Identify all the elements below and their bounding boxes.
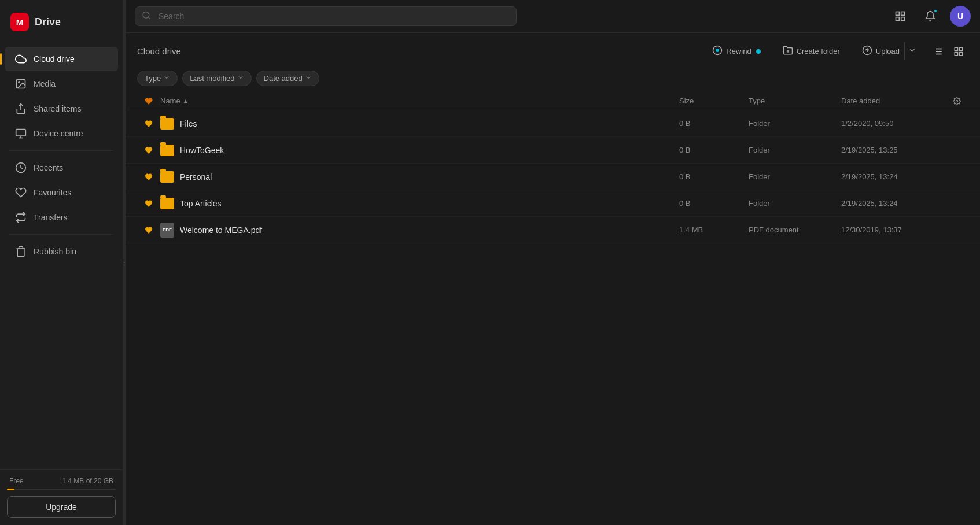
rewind-dot (756, 49, 761, 54)
search-input[interactable] (135, 6, 517, 26)
mega-logo-icon: M (10, 13, 29, 31)
row-date: 2/19/2025, 13:24 (841, 172, 945, 181)
rewind-button[interactable]: Rewind (704, 41, 768, 61)
svg-line-8 (148, 17, 150, 19)
storage-used-label: 1.4 MB of 20 GB (62, 477, 113, 485)
rubbish-bin-label: Rubbish bin (34, 247, 76, 256)
filter-last-modified-label: Last modified (190, 74, 234, 83)
cloud-drive-icon (15, 53, 27, 65)
svg-rect-9 (896, 12, 900, 16)
filter-type-chevron-icon (163, 74, 170, 83)
filter-date-added-label: Date added (264, 74, 303, 83)
sidebar-item-device-centre[interactable]: Device centre (5, 121, 118, 146)
filter-last-modified[interactable]: Last modified (182, 71, 251, 86)
sidebar-divider-1 (9, 150, 113, 151)
top-bar-actions: U (890, 6, 971, 27)
folder-icon (160, 171, 174, 183)
content-actions: Rewind Create folder (704, 41, 968, 61)
file-table: Name ▲ Size Type Date added Fil (126, 92, 980, 525)
row-date: 2/19/2025, 13:25 (841, 146, 945, 154)
app-logo[interactable]: M Drive (0, 0, 123, 44)
row-name: HowToGeek (160, 145, 679, 156)
row-favourite[interactable] (137, 146, 160, 154)
upload-button[interactable]: Upload (854, 41, 904, 61)
sidebar-item-rubbish-bin[interactable]: Rubbish bin (5, 239, 118, 264)
storage-info: Free 1.4 MB of 20 GB (7, 477, 116, 485)
filter-type-label: Type (145, 74, 161, 83)
list-view-button[interactable] (928, 43, 948, 60)
pdf-icon: PDF (160, 223, 174, 238)
device-centre-icon (15, 128, 27, 139)
folder-icon (160, 145, 174, 156)
media-label: Media (34, 79, 56, 88)
recents-label: Recents (34, 163, 63, 172)
row-date: 2/19/2025, 13:24 (841, 199, 945, 208)
notifications-button[interactable] (920, 6, 941, 27)
svg-rect-10 (901, 12, 905, 16)
svg-point-1 (19, 82, 20, 83)
rewind-label: Rewind (726, 47, 751, 56)
filter-date-added-chevron-icon (305, 74, 312, 83)
th-name-label: Name (160, 97, 180, 105)
upload-dropdown-button[interactable] (904, 42, 922, 60)
th-type: Type (749, 97, 841, 105)
grid-apps-button[interactable] (890, 6, 911, 27)
svg-point-29 (956, 100, 958, 102)
table-row[interactable]: Files 0 B Folder 1/2/2020, 09:50 (126, 110, 980, 137)
row-favourite[interactable] (137, 173, 160, 181)
th-name-sort-icon: ▲ (183, 98, 189, 104)
sidebar-item-shared-items[interactable]: Shared items (5, 97, 118, 121)
row-type: Folder (749, 119, 841, 128)
search-icon (142, 11, 151, 22)
row-name: PDF Welcome to MEGA.pdf (160, 223, 679, 238)
filter-date-added[interactable]: Date added (256, 71, 319, 86)
table-header: Name ▲ Size Type Date added (126, 92, 980, 110)
user-avatar[interactable]: U (950, 6, 971, 27)
svg-rect-28 (960, 52, 963, 55)
row-name-text: Welcome to MEGA.pdf (180, 225, 262, 235)
table-row[interactable]: PDF Welcome to MEGA.pdf 1.4 MB PDF docum… (126, 217, 980, 243)
upgrade-button[interactable]: Upgrade (7, 496, 116, 518)
favourites-icon (15, 187, 27, 198)
th-name[interactable]: Name ▲ (160, 97, 679, 105)
sidebar-navigation: Cloud drive Media Shared items (0, 44, 123, 469)
sidebar-item-recents[interactable]: Recents (5, 156, 118, 180)
create-folder-button[interactable]: Create folder (775, 41, 848, 61)
search-container (135, 6, 517, 26)
transfers-label: Transfers (34, 213, 68, 222)
row-favourite[interactable] (137, 226, 160, 234)
create-folder-label: Create folder (797, 47, 840, 56)
device-centre-label: Device centre (34, 129, 83, 138)
row-type: Folder (749, 199, 841, 208)
th-size: Size (679, 97, 749, 105)
storage-free-label: Free (9, 477, 24, 485)
row-size: 0 B (679, 199, 749, 208)
table-row[interactable]: HowToGeek 0 B Folder 2/19/2025, 13:25 (126, 137, 980, 164)
content-header: Cloud drive Rewind (126, 33, 980, 67)
row-date: 12/30/2019, 13:37 (841, 225, 945, 234)
sidebar-item-media[interactable]: Media (5, 72, 118, 96)
shared-items-label: Shared items (34, 104, 81, 113)
upload-icon (862, 45, 872, 57)
svg-rect-3 (16, 130, 26, 136)
svg-rect-26 (960, 47, 963, 50)
th-favourite (137, 97, 160, 105)
recents-icon (15, 162, 27, 173)
sidebar-item-favourites[interactable]: Favourites (5, 180, 118, 205)
sidebar-item-transfers[interactable]: Transfers (5, 205, 118, 230)
folder-icon (160, 198, 174, 209)
table-row[interactable]: Personal 0 B Folder 2/19/2025, 13:24 (126, 164, 980, 190)
grid-view-button[interactable] (949, 43, 968, 60)
th-date-added: Date added (841, 97, 945, 105)
row-size: 0 B (679, 172, 749, 181)
row-type: Folder (749, 172, 841, 181)
upload-button-group: Upload (854, 41, 922, 61)
row-favourite[interactable] (137, 199, 160, 208)
sidebar-item-cloud-drive[interactable]: Cloud drive (5, 47, 118, 71)
row-name-text: Files (180, 119, 197, 128)
table-row[interactable]: Top Articles 0 B Folder 2/19/2025, 13:24 (126, 190, 980, 217)
filter-type[interactable]: Type (137, 71, 178, 86)
row-favourite[interactable] (137, 120, 160, 128)
svg-rect-27 (955, 52, 957, 55)
row-date: 1/2/2020, 09:50 (841, 119, 945, 128)
